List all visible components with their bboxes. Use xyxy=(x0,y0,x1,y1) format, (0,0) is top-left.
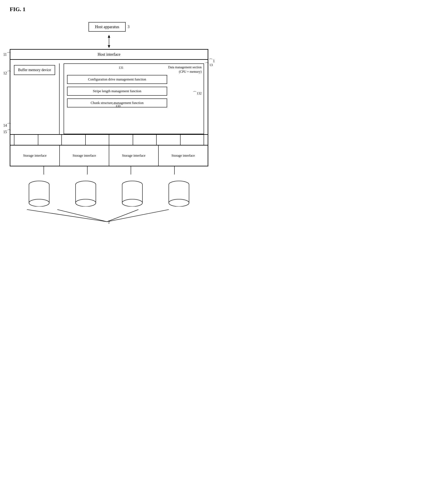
storage-interface-1: Storage interface xyxy=(10,146,60,166)
host-interface-text: Host interface xyxy=(98,52,120,56)
ref132-label: ⌒132 xyxy=(193,90,202,96)
ref131-label: 131 xyxy=(119,66,124,70)
middle-section: Buffer memory device ⌒13 Data management… xyxy=(10,60,208,135)
cylinder-1-wrapper xyxy=(28,180,50,207)
svg-point-12 xyxy=(76,199,96,207)
bottom-bracket-svg xyxy=(16,209,198,225)
cylinder-3-wrapper xyxy=(121,180,144,207)
ref2-label: 2 xyxy=(108,220,110,224)
svg-marker-2 xyxy=(108,45,110,48)
ref133-text: 133 xyxy=(116,104,120,108)
storage-interfaces-row: Storage interface Storage interface Stor… xyxy=(10,145,208,166)
ref131-text: 131 xyxy=(119,66,124,69)
data-mgmt-section: ⌒13 Data management section (CPU + memor… xyxy=(64,64,204,134)
conn4 xyxy=(174,166,175,174)
svg-line-25 xyxy=(107,210,138,222)
cylinder-1-svg xyxy=(28,180,50,207)
storage-interface-4: Storage interface xyxy=(159,146,208,166)
ref3-label: 3 xyxy=(128,25,129,29)
ref1-label: ⌒1 xyxy=(209,58,215,64)
cylinder-connectors xyxy=(10,166,208,174)
cylinders-section xyxy=(10,176,208,209)
chunk-structure-wrapper: Chunk structure management function ⌒133 xyxy=(67,99,200,107)
main-outer-box: 11⌒ Host interface 12⌒ Buffer memory dev… xyxy=(10,49,208,166)
ref133-label: ⌒133 xyxy=(112,103,120,109)
config-drive-wrapper: Configuration drive management function xyxy=(67,75,200,84)
conn2 xyxy=(87,166,88,174)
bottom-bracket-section: 2 xyxy=(16,209,202,225)
storage-interface-2: Storage interface xyxy=(60,146,109,166)
config-drive-box: Configuration drive management function xyxy=(67,75,167,84)
svg-line-24 xyxy=(57,210,107,222)
svg-line-23 xyxy=(27,210,107,222)
conn3 xyxy=(131,166,131,174)
ref1-text: 1 xyxy=(213,59,215,63)
svg-rect-1 xyxy=(109,37,109,45)
buffer-memory-box: Buffer memory device xyxy=(14,65,55,75)
cylinder-4-svg xyxy=(168,180,190,207)
diagram-container: FIG. 1 Host apparatus 3 11⌒ Host interfa… xyxy=(10,6,208,225)
host-apparatus-wrapper: Host apparatus 3 xyxy=(10,19,208,35)
svg-point-22 xyxy=(169,199,189,207)
storage-interface-3: Storage interface xyxy=(109,146,159,166)
data-mgmt-label-text: Data management section (CPU + memory) xyxy=(168,65,202,74)
data-mgmt-line2: (CPU + memory) xyxy=(168,70,202,74)
stripe-length-wrapper: Stripe length management function ⌒132 xyxy=(67,87,200,96)
cylinder-4-wrapper xyxy=(168,180,190,207)
svg-point-17 xyxy=(122,199,142,207)
ref14-label: 14⌒ xyxy=(3,122,11,128)
vertical-divider xyxy=(59,64,60,134)
host-apparatus-box: Host apparatus xyxy=(89,22,126,32)
svg-point-7 xyxy=(29,199,49,207)
svg-marker-0 xyxy=(108,35,110,38)
double-arrow-section xyxy=(10,35,208,49)
host-interface-bar: Host interface xyxy=(10,50,208,60)
double-arrow-svg xyxy=(107,35,111,48)
cylinder-3-svg xyxy=(121,180,144,207)
ref132-text: 132 xyxy=(197,92,202,95)
cylinder-2-svg xyxy=(74,180,97,207)
svg-line-26 xyxy=(107,210,169,222)
data-mgmt-line1: Data management section xyxy=(168,65,202,70)
connector-lines xyxy=(14,135,204,145)
stripe-length-box: Stripe length management function xyxy=(67,87,167,96)
ref11-label: 11⌒ xyxy=(3,51,11,57)
cylinder-2-wrapper xyxy=(74,180,97,207)
conn1 xyxy=(44,166,44,174)
ref12-label: 12⌒ xyxy=(3,70,11,76)
figure-title: FIG. 1 xyxy=(10,6,208,13)
ref15-label: 15⌒ xyxy=(3,129,11,135)
